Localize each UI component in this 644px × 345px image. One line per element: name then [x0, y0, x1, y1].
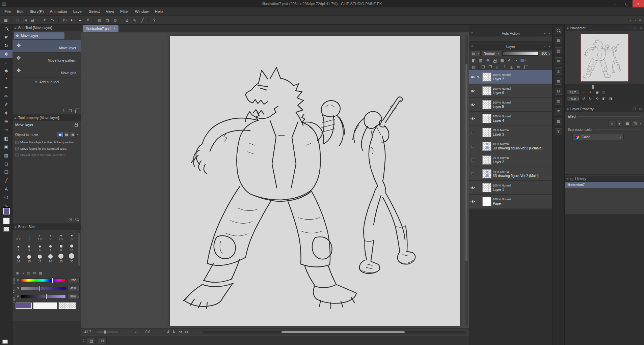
visibility-toggle[interactable] — [469, 112, 476, 125]
brush-size-item[interactable]: 8 — [56, 241, 66, 253]
layer-row[interactable]: 100 % NormalLayer 1 — [469, 181, 552, 195]
layer-row[interactable]: 79 % NormalLayer 2 — [469, 153, 552, 167]
visibility-toggle[interactable] — [469, 84, 476, 97]
brush-size-item[interactable]: 17 — [34, 253, 45, 264]
brush-size-scrollbar[interactable]: ˄˅ — [78, 231, 80, 269]
rotate-ccw-button[interactable]: ↺ — [581, 97, 586, 100]
zoom-out-button[interactable]: − — [581, 90, 586, 94]
navigator-header[interactable]: ≡ Navigator ❐ ◫ » — [565, 25, 644, 31]
delete-sub-tool-icon[interactable] — [75, 110, 78, 113]
new-folder-icon[interactable]: ▯ — [494, 64, 501, 70]
menu-file[interactable]: File — [1, 9, 14, 13]
brush-size-item[interactable]: 6 — [34, 241, 45, 253]
zoom-out-button[interactable]: − — [122, 330, 127, 334]
checkbox[interactable] — [15, 141, 19, 144]
ruler-icon[interactable]: ◔ — [513, 58, 519, 63]
dock-panel-icon[interactable]: ⊟ — [555, 88, 562, 95]
new-file-button[interactable]: ▢ — [14, 17, 21, 24]
reset-rotation-button[interactable]: ⟲ — [595, 97, 599, 100]
minimize-button[interactable]: – — [610, 0, 621, 7]
fill-button[interactable]: ● — [76, 17, 84, 24]
navigator-zoom-value[interactable]: 41.7▴▾ — [567, 90, 579, 95]
new-vector-layer-icon[interactable]: ❐ — [487, 64, 493, 70]
color-slider-tab-icon[interactable]: ▤ — [27, 271, 30, 275]
layer-row[interactable]: 100 % NormalPaper — [469, 195, 552, 208]
tool-ruler[interactable]: ╱ — [0, 176, 12, 185]
menu-layer[interactable]: Layer — [70, 9, 86, 13]
menu-story[interactable]: Story(P) — [26, 9, 47, 13]
brush-size-item[interactable]: 7 — [45, 241, 56, 253]
visibility-toggle[interactable] — [469, 195, 476, 208]
brush-size-item[interactable]: 20 — [45, 253, 56, 264]
rotate-cw-button[interactable]: ↻ — [172, 330, 176, 334]
snap-special-ruler-button[interactable]: ∿ — [131, 17, 138, 24]
value-slider[interactable] — [21, 295, 66, 298]
add-sub-tool-button[interactable]: ⊕ Add sub tool — [12, 78, 81, 86]
flip-vertical-button[interactable]: ◨ — [608, 97, 613, 100]
dock-panel-icon[interactable]: ◫ — [639, 107, 642, 111]
main-color-preview[interactable] — [15, 302, 32, 309]
color-wheel-tab-icon[interactable]: ◉ — [16, 271, 19, 275]
layer-color-icon[interactable]: ▾ — [520, 58, 527, 63]
sub-tool-item-move-tone[interactable]: ✥ Move tone pattern — [12, 53, 81, 65]
tool-brush[interactable]: ✐ — [0, 100, 12, 109]
zoom-slider[interactable] — [97, 332, 118, 333]
dock-panel-icon[interactable]: ◫ — [634, 26, 637, 30]
invert-selection-button[interactable]: ⊘ — [111, 17, 119, 24]
color-mixer-tab-icon[interactable]: ▦ — [39, 271, 42, 275]
fit-to-window-button[interactable]: ⊡ — [601, 90, 606, 94]
color-circle-tab-icon[interactable]: ◑ — [22, 271, 24, 275]
tool-rotate-canvas[interactable]: ↻ — [0, 41, 12, 50]
visibility-toggle[interactable] — [469, 139, 476, 153]
layer-thumbnail[interactable] — [482, 155, 491, 165]
footer-down-icon[interactable]: ˅ — [83, 341, 84, 343]
deselect-button[interactable]: ◻ — [104, 17, 111, 24]
dock-panel-icon[interactable]: ⊞ — [555, 57, 562, 64]
object-to-move-option-tone[interactable]: ▦ — [63, 132, 69, 137]
dock-panel-icon[interactable]: T — [555, 128, 562, 135]
object-to-move-option-layer[interactable]: ▣ — [57, 132, 63, 137]
draft-layer-icon[interactable]: ✐ — [506, 58, 512, 63]
visibility-toggle[interactable] — [469, 181, 476, 194]
layer-row[interactable]: 100 % NormalLayer 4 — [469, 112, 552, 125]
menu-filter[interactable]: Filter — [117, 9, 132, 13]
brush-size-item[interactable]: 5 — [24, 241, 35, 253]
brush-size-item[interactable]: 4 — [13, 241, 24, 253]
sub-view-panel-icon[interactable] — [555, 27, 562, 34]
brush-size-item[interactable]: 2.5 — [56, 230, 66, 241]
close-button[interactable]: × — [633, 0, 644, 7]
tool-pen[interactable]: ✒ — [0, 84, 12, 92]
panel-menu-icon[interactable]: ≡ — [567, 107, 569, 111]
panel-menu-icon[interactable]: ≡ — [471, 31, 473, 35]
brush-size-item[interactable]: 25 — [56, 253, 66, 264]
opacity-slider[interactable] — [502, 51, 538, 56]
rotate-reset-button[interactable]: ⟲ — [179, 330, 182, 334]
main-color-swatch[interactable] — [3, 207, 10, 215]
dock-panel-icon[interactable]: ⊡ — [555, 118, 562, 125]
brush-size-item[interactable]: 0.7 — [13, 230, 24, 241]
visibility-toggle[interactable] — [469, 70, 476, 84]
brush-size-header[interactable]: ≡ Brush Size — [12, 224, 81, 230]
float-panel-icon[interactable]: ❐ — [628, 26, 631, 30]
launcher-icon[interactable]: ▦ — [2, 17, 9, 24]
canvas-artwork[interactable] — [170, 36, 460, 326]
history-entry[interactable]: Illustration7 — [565, 182, 644, 188]
save-dropdown-icon[interactable]: ▾ — [34, 19, 36, 22]
layer-row[interactable]: 100 % NormalLayer 5 — [469, 98, 552, 112]
layer-thumbnail-3d[interactable] — [482, 142, 491, 151]
opacity-value[interactable]: 100▴▾ — [539, 51, 551, 56]
layer-thumbnail-3d[interactable] — [482, 169, 491, 178]
sub-color-swatch[interactable] — [3, 218, 10, 224]
tool-move-layer[interactable]: ✥ — [0, 50, 12, 58]
lock-icon[interactable] — [75, 124, 78, 127]
clear-dropdown-icon[interactable]: ▾ — [66, 19, 67, 22]
layer-row[interactable]: 49 % Normal3D drawing figure-Ver.2 (Male… — [469, 167, 552, 181]
brush-size-item[interactable]: 12 — [13, 253, 24, 264]
transfer-layer-icon[interactable]: ⇩ — [501, 64, 508, 70]
lock-transparent-icon[interactable]: ▩ — [499, 58, 505, 63]
scroll-down-icon[interactable]: ˅ — [78, 267, 80, 269]
hue-handle[interactable] — [52, 278, 53, 283]
object-to-move-dropdown-icon[interactable]: ▾ — [77, 133, 78, 136]
panel-menu-icon[interactable]: ≡ — [15, 225, 17, 229]
sub-color-preview[interactable] — [33, 302, 57, 309]
